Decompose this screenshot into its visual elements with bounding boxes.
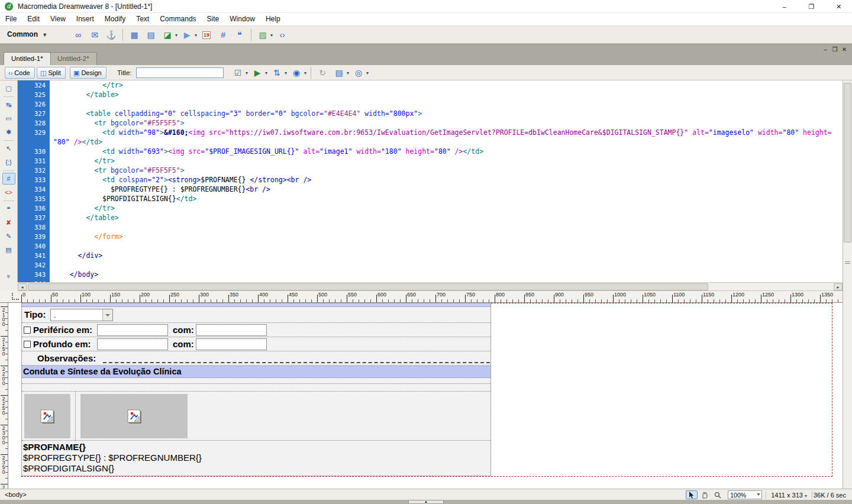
- tag-selector-body[interactable]: <body>: [5, 491, 27, 498]
- scroll-left-icon[interactable]: ◄: [18, 283, 27, 290]
- menu-file[interactable]: File: [0, 13, 22, 25]
- profundo-com-input[interactable]: [196, 338, 267, 350]
- restore-button[interactable]: ❐: [798, 0, 825, 13]
- email-link-icon[interactable]: ✉: [88, 28, 102, 41]
- window-size-popup[interactable]: 1411 x 313 ▾: [771, 492, 807, 499]
- browser-globe-icon[interactable]: ◉: [289, 66, 304, 79]
- menu-site[interactable]: Site: [202, 13, 225, 25]
- select-tool-button[interactable]: [686, 490, 698, 499]
- design-table: Tipo: . Periférico em: com: Profundo em:…: [21, 303, 491, 476]
- menu-modify[interactable]: Modify: [99, 13, 131, 25]
- doc-close-button[interactable]: ✕: [840, 46, 848, 54]
- chevron-down-icon[interactable]: ▾: [175, 33, 178, 38]
- menu-view[interactable]: View: [45, 13, 71, 25]
- chevron-down-icon[interactable]: ▾: [195, 33, 197, 38]
- menu-commands[interactable]: Commands: [154, 13, 201, 25]
- refresh-icon[interactable]: ↻: [315, 66, 330, 79]
- vertical-scrollbar[interactable]: [843, 80, 852, 489]
- apply-comment-icon[interactable]: ❝: [2, 203, 15, 215]
- doc-restore-button[interactable]: ❐: [831, 46, 839, 54]
- balance-braces-icon[interactable]: {;}: [2, 156, 15, 168]
- view-options-icon[interactable]: ▤: [332, 66, 346, 79]
- table-icon[interactable]: ▦: [127, 28, 141, 41]
- expand-all-icon[interactable]: ✱: [2, 126, 15, 138]
- recent-snippets-icon[interactable]: ▤: [2, 244, 15, 256]
- ruler-label: 300: [200, 292, 209, 298]
- splitter-grip[interactable]: [845, 261, 850, 262]
- toolbar-separator: [4, 140, 14, 141]
- collapse-selection-icon[interactable]: ▭: [2, 112, 15, 124]
- highlight-invalid-code-icon[interactable]: <>: [2, 186, 15, 198]
- tab-untitled-2[interactable]: Untitled-2*: [50, 52, 97, 65]
- document-title-input[interactable]: [136, 67, 224, 78]
- check-browser-compat-icon: ☑: [234, 69, 242, 77]
- periferico-checkbox[interactable]: [24, 327, 31, 334]
- media-icon[interactable]: ▶: [180, 28, 194, 41]
- line-number: 342: [18, 260, 50, 270]
- minimize-button[interactable]: –: [771, 0, 798, 13]
- chevron-down-icon[interactable]: ▾: [270, 33, 273, 38]
- tag-chooser-icon[interactable]: ‹›: [275, 28, 289, 41]
- periferico-em-input[interactable]: [97, 324, 168, 336]
- design-view[interactable]: Tipo: . Periférico em: com: Profundo em:…: [8, 303, 843, 489]
- zoom-tool-button[interactable]: [712, 490, 724, 499]
- panel-expander-button[interactable]: ▲: [408, 500, 444, 504]
- horizontal-scroll-thumb[interactable]: [28, 283, 708, 290]
- image-placeholder-seal[interactable]: [24, 394, 70, 438]
- named-anchor-icon[interactable]: ⚓: [104, 28, 118, 41]
- insert-category-dropdown[interactable]: Common ▼: [7, 30, 47, 38]
- ruler-label: 1100: [673, 292, 685, 298]
- profundo-em-input[interactable]: [97, 338, 168, 350]
- chevron-down-icon[interactable]: ▾: [366, 70, 369, 76]
- server-include-icon[interactable]: #: [216, 28, 230, 41]
- chevron-down-icon: [102, 309, 112, 321]
- hyperlink-icon[interactable]: ∞: [71, 28, 85, 41]
- close-button[interactable]: ✕: [825, 0, 852, 13]
- line-numbers-icon[interactable]: #: [2, 173, 15, 185]
- chevron-down-icon[interactable]: ▾: [246, 70, 248, 76]
- menu-insert[interactable]: Insert: [71, 13, 99, 25]
- menu-window[interactable]: Window: [224, 13, 260, 25]
- code-view-button[interactable]: ‹›Code: [5, 67, 35, 79]
- code-editor[interactable]: </tr> </table> <table cellpadding="0" ce…: [50, 80, 843, 282]
- line-number: 326: [18, 99, 50, 109]
- preview-debug-icon[interactable]: ▶: [250, 66, 264, 79]
- collapse-full-tag-icon[interactable]: ↹: [2, 99, 15, 111]
- chevron-down-icon[interactable]: ▾: [265, 70, 267, 76]
- file-management-icon[interactable]: ⇅: [270, 66, 284, 79]
- split-view-button[interactable]: ◫Split: [37, 67, 66, 79]
- image-icon[interactable]: ◪: [160, 28, 175, 41]
- chevron-down-icon[interactable]: ▾: [347, 70, 349, 76]
- scroll-right-icon[interactable]: ►: [834, 283, 843, 290]
- code-line: $PROFDIGITALSIGN{}</td>: [50, 194, 843, 203]
- chevron-down-icon: ▾: [805, 493, 807, 499]
- templates-icon[interactable]: ▧: [256, 28, 270, 41]
- image-placeholder-signature[interactable]: [80, 394, 188, 438]
- comment-icon[interactable]: ❝: [233, 28, 247, 41]
- chevron-down-icon[interactable]: ▾: [285, 70, 287, 76]
- visual-aids-icon[interactable]: ◎: [351, 66, 366, 79]
- zoom-level-select[interactable]: 100%: [728, 490, 762, 499]
- insert-div-icon[interactable]: ▤: [144, 28, 158, 41]
- check-browser-compat-icon[interactable]: ☑: [231, 66, 245, 79]
- menu-text[interactable]: Text: [131, 13, 154, 25]
- code-horizontal-scrollbar[interactable]: ◄ ►: [18, 282, 843, 291]
- cell-divider: [75, 392, 76, 441]
- line-number: 332: [18, 166, 50, 175]
- date-icon[interactable]: 19: [199, 28, 214, 41]
- menu-help[interactable]: Help: [260, 13, 286, 25]
- chevron-down-icon[interactable]: ▾: [304, 70, 306, 76]
- remove-comment-icon[interactable]: ✘: [2, 217, 15, 228]
- tipo-select[interactable]: .: [50, 309, 113, 321]
- tab-untitled-1[interactable]: Untitled-1*: [4, 52, 51, 65]
- vertical-scroll-thumb[interactable]: [844, 83, 851, 243]
- doc-minimize-button[interactable]: ‒: [821, 46, 830, 54]
- profundo-checkbox[interactable]: [24, 341, 31, 348]
- menu-edit[interactable]: Edit: [22, 13, 45, 25]
- wrap-tag-icon[interactable]: ✎: [2, 230, 15, 242]
- periferico-com-input[interactable]: [196, 324, 267, 336]
- open-documents-icon[interactable]: ▢: [2, 82, 15, 94]
- select-parent-tag-icon[interactable]: ↖: [2, 143, 15, 154]
- hand-tool-button[interactable]: [699, 490, 711, 499]
- design-view-button[interactable]: ▣Design: [70, 67, 106, 79]
